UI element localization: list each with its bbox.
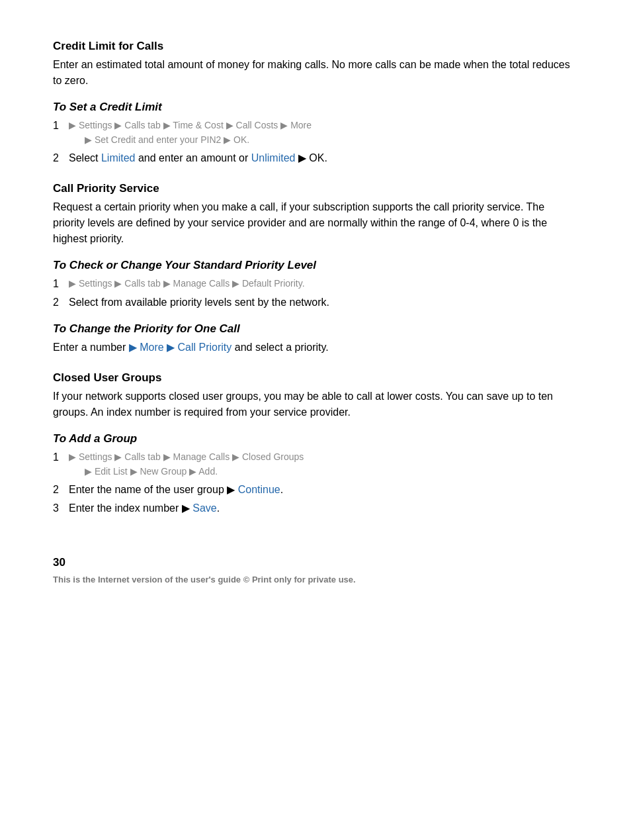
nav-tab-p: tab [147, 278, 160, 289]
step-3-group: 3 Enter the index number ▶ Save. [53, 500, 578, 516]
step-content-1-credit: ▶ Settings ▶ Calls tab ▶ Time & Cost ▶ C… [69, 118, 578, 148]
step-2-unlimited: Unlimited [251, 152, 296, 163]
step-content-2-priority: Select from available priority levels se… [69, 295, 578, 310]
step-content-2-group: Enter the name of the user group ▶ Conti… [69, 482, 578, 498]
step-3-group-prefix: Enter the index number ▶ [69, 502, 192, 514]
step-content-1-group: ▶ Settings ▶ Calls tab ▶ Manage Calls ▶ … [69, 449, 578, 479]
step-2-group-prefix: Enter the name of the user group ▶ [69, 484, 238, 495]
step-1-group: 1 ▶ Settings ▶ Calls tab ▶ Manage Calls … [53, 449, 578, 479]
step-2-credit: 2 Select Limited and enter an amount or … [53, 150, 578, 166]
steps-add-group: 1 ▶ Settings ▶ Calls tab ▶ Manage Calls … [53, 449, 578, 516]
subsection-set-credit-limit: To Set a Credit Limit 1 ▶ Settings ▶ Cal… [53, 101, 578, 166]
nav-path-1-group: ▶ Settings ▶ Calls tab ▶ Manage Calls ▶ … [69, 449, 578, 464]
section-body-closed-user-groups: If your network supports closed user gro… [53, 389, 578, 420]
step-2-continue: Continue [238, 484, 280, 495]
section-title-call-priority: Call Priority Service [53, 182, 578, 195]
section-body-call-priority: Request a certain priority when you make… [53, 199, 578, 247]
body-change-priority-one-call: Enter a number ▶ More ▶ Call Priority an… [53, 340, 578, 355]
step-3-group-suffix: . [217, 502, 220, 514]
section-call-priority: Call Priority Service Request a certain … [53, 182, 578, 355]
step-2-limited: Limited [101, 152, 136, 163]
nav-manage-calls: ▶ Manage Calls [163, 278, 230, 289]
step-num-3-group: 3 [53, 500, 69, 516]
subsection-title-change-priority-one-call: To Change the Priority for One Call [53, 322, 578, 336]
nav-settings-p: ▶ Settings [69, 278, 112, 289]
nav-tab: tab [147, 120, 160, 130]
section-body-credit-limit: Enter an estimated total amount of money… [53, 57, 578, 89]
nav-closed-groups: ▶ Closed Groups [232, 451, 304, 462]
nav-tab-g: tab [147, 451, 160, 462]
change-priority-prefix: Enter a number [53, 342, 129, 353]
nav-path-1-credit: ▶ Settings ▶ Calls tab ▶ Time & Cost ▶ C… [69, 118, 578, 132]
footer-note: This is the Internet version of the user… [53, 575, 356, 584]
nav-enter-pin2: and enter your PIN2 ▶ OK. [138, 134, 249, 145]
nav-calls-g: ▶ Calls [114, 451, 145, 462]
nav-path-1-group-sub: ▶ Edit List ▶ New Group ▶ Add. [85, 464, 578, 479]
step-num-1-group: 1 [53, 449, 69, 465]
step-1-credit: 1 ▶ Settings ▶ Calls tab ▶ Time & Cost ▶… [53, 118, 578, 148]
page-footer: 30 This is the Internet version of the u… [53, 556, 578, 585]
steps-set-credit-limit: 1 ▶ Settings ▶ Calls tab ▶ Time & Cost ▶… [53, 118, 578, 166]
change-priority-nav: ▶ More ▶ Call Priority [129, 342, 232, 353]
step-num-2-credit: 2 [53, 150, 69, 166]
section-credit-limit: Credit Limit for Calls Enter an estimate… [53, 40, 578, 166]
nav-settings-g: ▶ Settings [69, 451, 112, 462]
nav-default-priority: ▶ Default Priority. [232, 278, 305, 289]
step-2-credit-prefix: Select [69, 152, 101, 163]
nav-path-1-priority: ▶ Settings ▶ Calls tab ▶ Manage Calls ▶ … [69, 276, 578, 291]
step-3-save: Save [192, 502, 216, 514]
step-2-credit-ok: ▶ OK. [295, 152, 327, 163]
step-num-2-priority: 2 [53, 295, 69, 310]
page-number: 30 [53, 556, 578, 569]
nav-set-credit: ▶ Set Credit [85, 134, 136, 145]
section-title-credit-limit: Credit Limit for Calls [53, 40, 578, 53]
subsection-title-add-group: To Add a Group [53, 432, 578, 445]
page-content: Credit Limit for Calls Enter an estimate… [53, 40, 578, 585]
nav-calls: ▶ Calls [114, 120, 145, 130]
step-content-3-group: Enter the index number ▶ Save. [69, 500, 578, 516]
subsection-title-check-priority: To Check or Change Your Standard Priorit… [53, 259, 578, 272]
subsection-check-priority: To Check or Change Your Standard Priorit… [53, 259, 578, 310]
nav-settings: ▶ Settings [69, 120, 112, 130]
step-2-priority-text: Select from available priority levels se… [69, 297, 329, 308]
nav-calls-p: ▶ Calls [114, 278, 145, 289]
step-content-1-priority: ▶ Settings ▶ Calls tab ▶ Manage Calls ▶ … [69, 276, 578, 291]
step-1-priority: 1 ▶ Settings ▶ Calls tab ▶ Manage Calls … [53, 276, 578, 292]
step-2-group: 2 Enter the name of the user group ▶ Con… [53, 482, 578, 498]
step-2-priority: 2 Select from available priority levels … [53, 295, 578, 310]
step-num-1-priority: 1 [53, 276, 69, 292]
section-closed-user-groups: Closed User Groups If your network suppo… [53, 371, 578, 516]
steps-check-priority: 1 ▶ Settings ▶ Calls tab ▶ Manage Calls … [53, 276, 578, 310]
subsection-add-group: To Add a Group 1 ▶ Settings ▶ Calls tab … [53, 432, 578, 516]
subsection-change-priority-one-call: To Change the Priority for One Call Ente… [53, 322, 578, 355]
step-2-group-suffix: . [280, 484, 283, 495]
section-title-closed-user-groups: Closed User Groups [53, 371, 578, 385]
step-num-1-credit: 1 [53, 118, 69, 134]
step-2-credit-mid: and enter an amount or [136, 152, 251, 163]
nav-more: ▶ More [280, 120, 312, 130]
nav-path-1-credit-sub: ▶ Set Credit and enter your PIN2 ▶ OK. [85, 132, 578, 147]
change-priority-suffix: and select a priority. [231, 342, 328, 353]
step-content-2-credit: Select Limited and enter an amount or Un… [69, 150, 578, 166]
subsection-title-set-credit-limit: To Set a Credit Limit [53, 101, 578, 114]
nav-manage-calls-g: ▶ Manage Calls [163, 451, 230, 462]
nav-edit-list: ▶ Edit List ▶ New Group ▶ Add. [85, 466, 218, 477]
nav-call-costs: ▶ Call Costs [226, 120, 278, 130]
nav-time-cost: ▶ Time & Cost [163, 120, 224, 130]
step-num-2-group: 2 [53, 482, 69, 498]
